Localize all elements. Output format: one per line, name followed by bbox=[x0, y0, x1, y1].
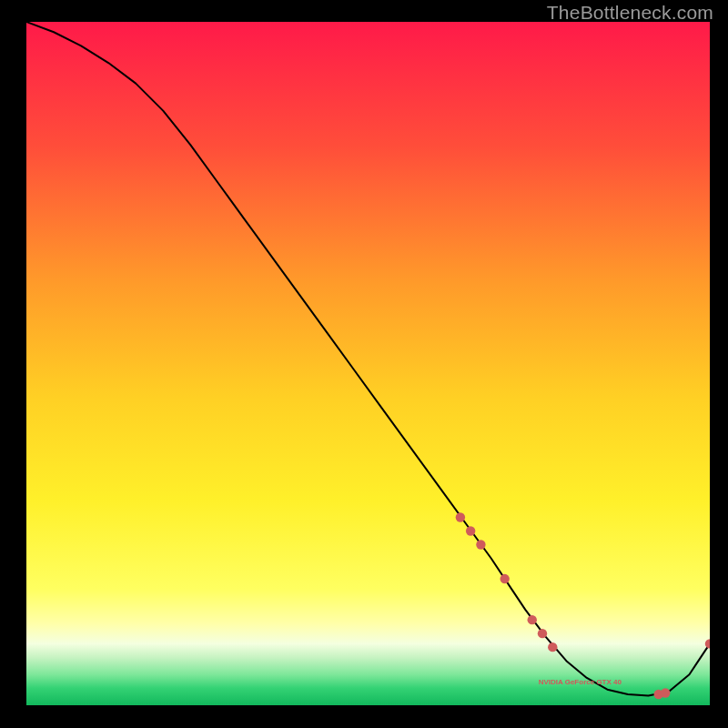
curve-line bbox=[26, 22, 710, 695]
chart-svg: NVIDIA GeForce GTX 40 bbox=[26, 22, 710, 705]
data-point bbox=[476, 540, 485, 549]
tiny-label: NVIDIA GeForce GTX 40 bbox=[539, 678, 622, 686]
annotation-label: NVIDIA GeForce GTX 40 bbox=[539, 678, 622, 686]
chart-stage: NVIDIA GeForce GTX 40 TheBottleneck.com bbox=[0, 0, 728, 728]
data-point bbox=[548, 642, 557, 652]
data-point bbox=[705, 639, 710, 648]
data-point bbox=[466, 526, 475, 535]
data-point bbox=[528, 615, 537, 624]
data-point bbox=[538, 629, 547, 638]
data-point bbox=[661, 688, 670, 697]
markers bbox=[456, 512, 710, 699]
watermark-text: TheBottleneck.com bbox=[547, 2, 713, 24]
data-point bbox=[456, 512, 465, 521]
data-point bbox=[500, 574, 510, 583]
curve bbox=[26, 22, 710, 695]
plot-area: NVIDIA GeForce GTX 40 bbox=[26, 22, 710, 705]
